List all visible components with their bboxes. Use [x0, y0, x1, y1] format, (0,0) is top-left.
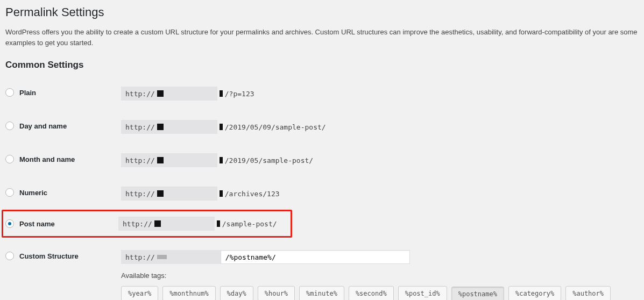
section-heading: Common Settings	[5, 60, 639, 70]
url-domain: http://	[121, 120, 217, 134]
option-row-dayname: Day and name http:// /2019/05/09/sample-…	[5, 120, 639, 134]
option-label: Numeric	[19, 189, 47, 197]
option-value: http:// /archives/123	[121, 187, 280, 201]
option-row-plain: Plain http:// /?p=123	[5, 87, 639, 101]
radio-plain[interactable]	[5, 88, 14, 97]
url-domain: http://	[121, 153, 217, 167]
tag-year[interactable]: %year%	[121, 286, 158, 300]
url-domain: http://	[121, 87, 217, 101]
tag-day[interactable]: %day%	[220, 286, 253, 300]
radio-postname[interactable]	[5, 219, 14, 228]
option-label: Custom Structure	[19, 252, 79, 260]
url-domain: http://	[121, 187, 217, 201]
radio-numeric[interactable]	[5, 188, 14, 197]
url-suffix: /2019/05/09/sample-post/	[225, 123, 326, 131]
custom-structure-input[interactable]	[221, 250, 410, 264]
url-suffix: /2019/05/sample-post/	[225, 156, 313, 165]
page-title: Permalink Settings	[5, 5, 639, 19]
available-tags-label: Available tags:	[121, 272, 611, 280]
option-row-custom: Custom Structure http:// Available tags:…	[5, 250, 639, 300]
radio-monthname[interactable]	[5, 155, 14, 163]
option-row-monthname: Month and name http:// /2019/05/sample-p…	[5, 153, 639, 167]
radio-custom[interactable]	[5, 252, 14, 260]
tag-category[interactable]: %category%	[508, 286, 561, 300]
option-value: http:// /2019/05/sample-post/	[121, 153, 313, 167]
option-row-postname-highlight: Post name http:// /sample-post/	[2, 210, 292, 238]
tag-hour[interactable]: %hour%	[258, 286, 295, 300]
option-value: http:// /2019/05/09/sample-post/	[121, 120, 326, 134]
option-label: Day and name	[19, 122, 67, 130]
tag-second[interactable]: %second%	[349, 286, 394, 300]
tag-minute[interactable]: %minute%	[299, 286, 344, 300]
url-suffix: /?p=123	[225, 90, 254, 98]
page-intro: WordPress offers you the ability to crea…	[5, 27, 639, 48]
url-domain: http://	[121, 250, 221, 264]
url-suffix: /sample-post/	[222, 220, 277, 228]
option-label: Month and name	[19, 155, 75, 163]
tag-author[interactable]: %author%	[565, 286, 611, 300]
option-value: http:// /?p=123	[121, 87, 254, 101]
option-value: http:// /sample-post/	[118, 217, 277, 231]
option-label: Post name	[19, 220, 55, 228]
tag-postname[interactable]: %postname%	[451, 287, 504, 300]
tag-monthnum[interactable]: %monthnum%	[162, 286, 215, 300]
option-row-numeric: Numeric http:// /archives/123	[5, 187, 639, 201]
option-label: Plain	[19, 89, 36, 97]
available-tags: %year% %monthnum% %day% %hour% %minute% …	[121, 286, 611, 300]
url-suffix: /archives/123	[225, 190, 280, 198]
tag-post-id[interactable]: %post_id%	[398, 286, 447, 300]
radio-dayname[interactable]	[5, 122, 14, 130]
url-domain: http://	[118, 217, 215, 231]
